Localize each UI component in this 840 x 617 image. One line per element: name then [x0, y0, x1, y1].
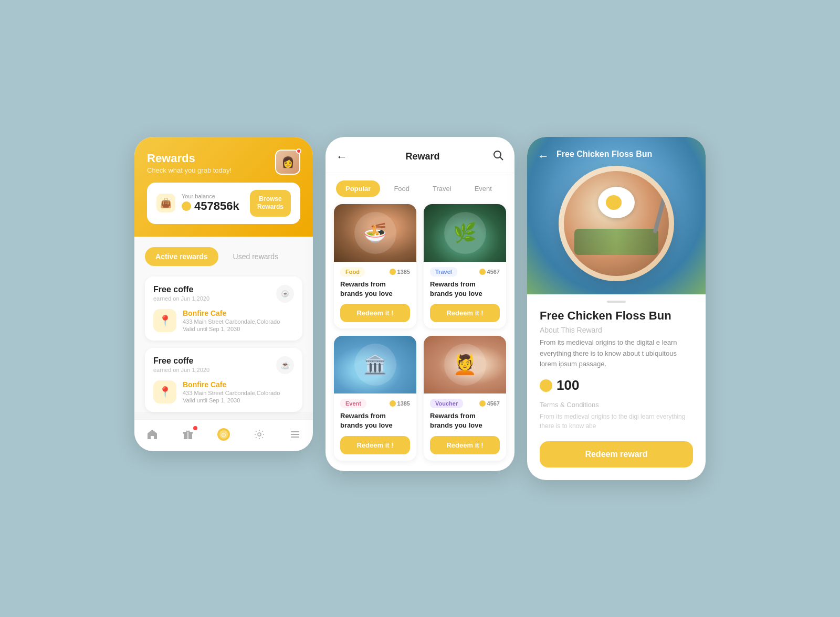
detail-back-button[interactable]: ←: [538, 150, 549, 163]
food-redeem-button[interactable]: Redeem it !: [340, 304, 410, 322]
svg-rect-9: [291, 431, 299, 432]
balance-label: Your balance: [182, 193, 239, 199]
nav-home[interactable]: [145, 427, 160, 442]
terms-text: From its medieval origins to the digi le…: [540, 412, 693, 431]
dashboard-header: Rewards Check what you grab today! 👩 👜 Y…: [134, 137, 313, 237]
reward-1-title: Free coffe: [153, 285, 209, 294]
card-voucher-meta: Voucher 4567: [430, 399, 500, 408]
category-tab-event[interactable]: Event: [465, 180, 501, 197]
svg-line-13: [500, 157, 503, 160]
detail-content: Free Chicken Floss Bun About This Reward…: [527, 303, 706, 480]
reward-1-location: Bonfire Cafe 433 Main Street Carbondale,…: [183, 309, 280, 332]
svg-point-12: [494, 151, 501, 158]
card-travel-image: 🌿: [424, 204, 506, 262]
reward-card-2: Free coffe earned on Jun 1,2020 ☕ 📍 Bonf…: [145, 348, 302, 412]
bottom-navigation: ⊙: [134, 419, 313, 451]
category-tab-food[interactable]: Food: [384, 180, 419, 197]
rewards-tabs: Active rewards Used rewards: [145, 247, 302, 266]
reward-2-address: 433 Main Street Carbondale,Colorado: [183, 390, 280, 396]
travel-card-title: Rewards from brands you love: [430, 280, 500, 299]
search-button[interactable]: [492, 150, 504, 164]
food-points: 1385: [390, 269, 410, 275]
reward-card-1-bottom: 📍 Bonfire Cafe 433 Main Street Carbondal…: [153, 309, 294, 332]
notification-dot: [296, 148, 301, 154]
price-coin-icon: [540, 379, 552, 392]
reward-1-action-btn[interactable]: ☕: [276, 285, 294, 303]
reward-2-date: earned on Jun 1,2020: [153, 367, 209, 373]
rewards-grid: 🍜 Food 1385 Rewards from brands you love…: [326, 204, 514, 471]
dashboard-body: Active rewards Used rewards Free coffe e…: [134, 237, 313, 412]
settings-icon: [254, 429, 265, 440]
detail-description: From its medieval origins to the digital…: [540, 337, 693, 370]
menu-icon: [289, 429, 301, 440]
svg-text:☕: ☕: [282, 291, 289, 297]
voucher-card-title: Rewards from brands you love: [430, 411, 500, 430]
card-food-meta: Food 1385: [340, 267, 410, 276]
used-rewards-tab[interactable]: Used rewards: [223, 247, 289, 266]
reward-2-location: Bonfire Cafe 433 Main Street Carbondale,…: [183, 380, 280, 403]
browse-rewards-button[interactable]: BrowseRewards: [250, 190, 291, 217]
location-icon-1: 📍: [153, 309, 176, 332]
points-coin-icon: [390, 269, 396, 275]
category-tabs: Popular Food Travel Event Vou: [326, 173, 514, 204]
nav-menu[interactable]: [288, 427, 302, 442]
reward-2-action-btn[interactable]: ☕: [276, 356, 294, 374]
balance-card: 👜 Your balance 457856k BrowseRewards: [147, 183, 300, 224]
location-icon-2: 📍: [153, 380, 176, 403]
active-rewards-tab[interactable]: Active rewards: [145, 247, 218, 266]
card-event-image: 🏛️: [334, 336, 416, 393]
svg-point-8: [258, 433, 261, 436]
travel-redeem-button[interactable]: Redeem it !: [430, 304, 500, 322]
nav-gift[interactable]: [181, 427, 195, 442]
terms-label: Terms & Conditions: [540, 401, 693, 409]
card-food-image: 🍜: [334, 204, 416, 262]
reward-card-1-top: Free coffe earned on Jun 1,2020 ☕: [153, 285, 294, 303]
user-avatar[interactable]: 👩: [275, 150, 300, 175]
detail-header-title: Free Chicken Floss Bun: [556, 150, 652, 159]
reward-1-address: 433 Main Street Carbondale,Colorado: [183, 318, 280, 325]
event-redeem-button[interactable]: Redeem it !: [340, 436, 410, 454]
voucher-redeem-button[interactable]: Redeem it !: [430, 436, 500, 454]
reward-card-2-top: Free coffe earned on Jun 1,2020 ☕: [153, 356, 294, 374]
grid-card-food: 🍜 Food 1385 Rewards from brands you love…: [334, 204, 416, 328]
browse-back-button[interactable]: ←: [336, 150, 353, 164]
app-container: Rewards Check what you grab today! 👩 👜 Y…: [103, 116, 737, 501]
nav-settings[interactable]: [252, 427, 267, 442]
coin-icon: [182, 201, 191, 211]
reward-1-date: earned on Jun 1,2020: [153, 295, 209, 302]
card-travel-body: Travel 4567 Rewards from brands you love…: [424, 262, 506, 328]
food-tag: Food: [340, 267, 365, 276]
gift-notification-dot: [193, 426, 197, 430]
nav-reward-active[interactable]: ⊙: [216, 427, 231, 442]
about-label: About This Reward: [540, 326, 693, 334]
reward-card-2-bottom: 📍 Bonfire Cafe 433 Main Street Carbondal…: [153, 380, 294, 403]
detail-redeem-button[interactable]: Redeem reward: [540, 441, 693, 467]
category-tab-popular[interactable]: Popular: [336, 180, 380, 197]
home-icon: [146, 429, 158, 440]
grid-card-voucher: 💆 Voucher 4567 Rewards from brands you l…: [424, 336, 506, 460]
card-voucher-body: Voucher 4567 Rewards from brands you lov…: [424, 393, 506, 460]
balance-left: 👜 Your balance 457856k: [156, 193, 239, 213]
svg-text:⊙: ⊙: [221, 431, 226, 439]
search-icon: [492, 150, 504, 161]
travel-tag: Travel: [430, 267, 457, 276]
card-event-meta: Event 1385: [340, 399, 410, 408]
food-card-title: Rewards from brands you love: [340, 280, 410, 299]
category-tab-travel[interactable]: Travel: [423, 180, 461, 197]
event-card-title: Rewards from brands you love: [340, 411, 410, 430]
points-coin-icon-2: [479, 269, 486, 275]
price-row: 100: [540, 377, 693, 393]
screen-reward-detail: ← Free Chicken Floss Bun Free Chicken Fl…: [527, 137, 706, 480]
reward-card-2-info: Free coffe earned on Jun 1,2020: [153, 356, 209, 373]
grid-card-travel: 🌿 Travel 4567 Rewards from brands you lo…: [424, 204, 506, 328]
reward-1-location-name: Bonfire Cafe: [183, 309, 280, 317]
reward-card-1: Free coffe earned on Jun 1,2020 ☕ 📍 Bonf…: [145, 276, 302, 341]
detail-title: Free Chicken Floss Bun: [540, 309, 693, 323]
wallet-icon: 👜: [156, 194, 175, 212]
balance-info: Your balance 457856k: [182, 193, 239, 213]
points-coin-icon-3: [390, 400, 396, 407]
reward-1-valid: Valid until Sep 1, 2030: [183, 326, 280, 332]
category-tab-vou[interactable]: Vou: [506, 180, 514, 197]
avatar-image: 👩: [276, 151, 299, 174]
card-event-body: Event 1385 Rewards from brands you love …: [334, 393, 416, 460]
